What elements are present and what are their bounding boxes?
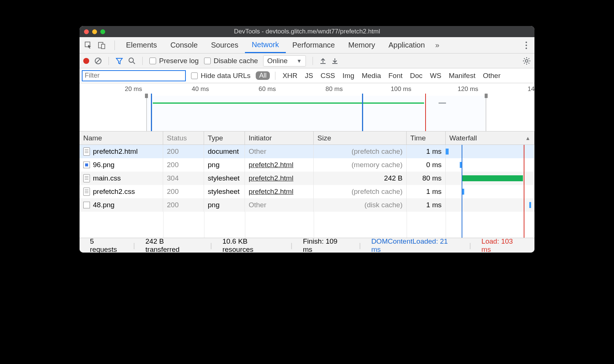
status-transferred: 242 B transferred <box>140 237 205 253</box>
throttling-select[interactable]: Online▼ <box>263 55 306 66</box>
hide-data-urls-checkbox[interactable]: Hide data URLs <box>191 72 251 80</box>
tab-console[interactable]: Console <box>164 37 204 53</box>
timeline-tick-label: 40 ms <box>192 85 209 93</box>
filter-type-img[interactable]: Img <box>341 72 356 80</box>
request-initiator: Other <box>249 201 266 209</box>
tab-sources[interactable]: Sources <box>204 37 245 53</box>
col-time[interactable]: Time <box>407 131 446 144</box>
request-time: 1 ms <box>407 185 446 198</box>
request-size: (memory cache) <box>314 158 407 172</box>
clear-icon[interactable] <box>94 57 102 65</box>
table-header: Name Status Type Initiator Size Time Wat… <box>80 131 534 145</box>
svg-rect-2 <box>101 44 105 49</box>
disable-cache-checkbox[interactable]: Disable cache <box>204 57 258 65</box>
timeline-tick-label: 80 ms <box>326 85 343 93</box>
request-name: prefetch2.css <box>93 188 135 196</box>
window-title: DevTools - devtools.glitch.me/wndt77/pre… <box>80 28 534 35</box>
request-status: 200 <box>163 198 204 212</box>
device-toggle-icon[interactable] <box>97 40 107 51</box>
filter-input[interactable] <box>82 70 186 81</box>
tab-performance[interactable]: Performance <box>286 37 342 53</box>
svg-line-6 <box>133 62 135 64</box>
col-initiator[interactable]: Initiator <box>245 131 314 144</box>
request-status: 200 <box>163 158 204 172</box>
filter-type-other[interactable]: Other <box>481 72 502 80</box>
inspect-icon[interactable] <box>83 40 94 51</box>
filter-type-ws[interactable]: WS <box>428 72 443 80</box>
record-button[interactable] <box>83 58 89 64</box>
table-row[interactable]: 96.png200pngprefetch2.html(memory cache)… <box>80 158 534 172</box>
tab-application[interactable]: Application <box>382 37 432 53</box>
kebab-menu-icon[interactable] <box>522 42 531 49</box>
request-type: png <box>204 198 245 212</box>
filter-type-xhr[interactable]: XHR <box>281 72 299 80</box>
tab-memory[interactable]: Memory <box>342 37 382 53</box>
main-tabs: ElementsConsoleSourcesNetworkPerformance… <box>80 37 534 53</box>
request-name: prefetch2.html <box>93 147 138 156</box>
more-tabs-button[interactable]: » <box>432 41 443 49</box>
search-icon[interactable] <box>128 57 136 65</box>
timeline-tick-label: 60 ms <box>259 85 276 93</box>
col-name[interactable]: Name <box>80 131 163 144</box>
timeline-handle-left[interactable] <box>145 94 148 98</box>
file-icon <box>83 188 90 196</box>
status-resources: 10.6 KB resources <box>217 237 285 253</box>
tab-elements[interactable]: Elements <box>119 37 164 53</box>
request-time: 80 ms <box>407 172 446 185</box>
settings-gear-icon[interactable] <box>523 57 531 65</box>
file-icon <box>83 174 90 182</box>
filter-type-css[interactable]: CSS <box>319 72 337 80</box>
status-load: Load: 103 ms <box>476 237 529 253</box>
filter-type-doc[interactable]: Doc <box>408 72 424 80</box>
request-type: document <box>204 145 245 158</box>
request-waterfall <box>446 172 534 185</box>
filter-type-all[interactable]: All <box>256 71 270 80</box>
tabs-separator <box>114 40 115 50</box>
tab-network[interactable]: Network <box>245 37 285 53</box>
filter-icon[interactable] <box>116 57 123 65</box>
col-type[interactable]: Type <box>204 131 245 144</box>
request-status: 304 <box>163 172 204 185</box>
timeline-tick-label: 14 <box>528 85 534 93</box>
upload-har-icon[interactable] <box>320 58 326 64</box>
image-icon <box>83 202 90 208</box>
request-size: (prefetch cache) <box>314 145 407 158</box>
timeline-overview[interactable]: 20 ms40 ms60 ms80 ms100 ms120 ms14 <box>80 83 534 131</box>
col-waterfall[interactable]: Waterfall▲ <box>446 131 534 144</box>
preserve-log-checkbox[interactable]: Preserve log <box>149 57 199 65</box>
timeline-handle-right[interactable] <box>485 94 488 98</box>
request-waterfall <box>446 145 534 158</box>
table-row[interactable]: 48.png200pngOther(disk cache)1 ms <box>80 198 534 212</box>
request-initiator[interactable]: prefetch2.html <box>249 174 293 182</box>
filter-type-manifest[interactable]: Manifest <box>447 72 477 80</box>
filter-type-media[interactable]: Media <box>360 72 383 80</box>
request-size: (disk cache) <box>314 198 407 212</box>
filter-bar: Hide data URLs All XHRJSCSSImgMediaFontD… <box>80 68 534 83</box>
filter-type-font[interactable]: Font <box>387 72 404 80</box>
request-status: 200 <box>163 185 204 198</box>
request-initiator[interactable]: prefetch2.html <box>249 188 293 196</box>
request-size: (prefetch cache) <box>314 185 407 198</box>
status-finish: Finish: 109 ms <box>298 237 354 253</box>
close-window-button[interactable] <box>84 29 89 34</box>
status-domcontentloaded: DOMContentLoaded: 21 ms <box>366 237 464 253</box>
request-type: stylesheet <box>204 172 245 185</box>
table-row[interactable]: prefetch2.html200documentOther(prefetch … <box>80 145 534 158</box>
request-name: main.css <box>93 174 121 182</box>
request-waterfall <box>446 158 534 172</box>
request-initiator[interactable]: prefetch2.html <box>249 161 293 169</box>
sort-arrow-icon: ▲ <box>525 135 530 141</box>
col-size[interactable]: Size <box>314 131 407 144</box>
filter-type-js[interactable]: JS <box>303 72 315 80</box>
minimize-window-button[interactable] <box>92 29 97 34</box>
table-row[interactable]: main.css304stylesheetprefetch2.html242 B… <box>80 172 534 185</box>
chevron-down-icon: ▼ <box>297 58 302 64</box>
maximize-window-button[interactable] <box>100 29 105 34</box>
table-row[interactable]: prefetch2.css200stylesheetprefetch2.html… <box>80 185 534 198</box>
timeline-tick-label: 100 ms <box>391 85 411 93</box>
request-waterfall <box>446 185 534 198</box>
file-icon <box>83 147 90 156</box>
download-har-icon[interactable] <box>332 58 338 64</box>
request-size: 242 B <box>314 172 407 185</box>
col-status[interactable]: Status <box>163 131 204 144</box>
